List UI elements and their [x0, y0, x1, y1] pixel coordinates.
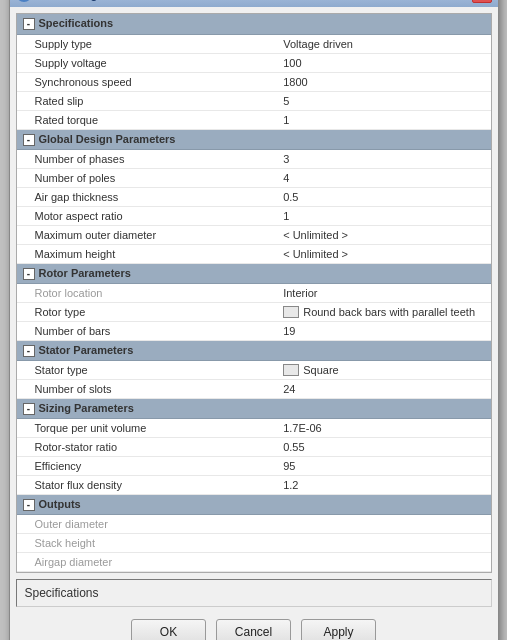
table-row: Outer diameter — [17, 514, 491, 533]
table-row: Rotor-stator ratio0.55 — [17, 437, 491, 456]
table-row: Rated slip5 — [17, 91, 491, 110]
table-row: Rotor typeRound back bars with parallel … — [17, 302, 491, 321]
table-row: Maximum outer diameter< Unlimited > — [17, 225, 491, 244]
table-row: Synchronous speed1800 — [17, 72, 491, 91]
param-value — [277, 552, 490, 571]
window-icon — [16, 0, 32, 2]
table-row: Stack height — [17, 533, 491, 552]
param-name: Rated torque — [17, 110, 278, 129]
table-row: Stator typeSquare — [17, 360, 491, 379]
param-name: Outer diameter — [17, 514, 278, 533]
param-value — [277, 514, 490, 533]
param-name: Number of bars — [17, 321, 278, 340]
value-with-icon: Round back bars with parallel teeth — [283, 306, 484, 318]
title-bar: Size Design ✕ — [10, 0, 498, 7]
param-value: 5 — [277, 91, 490, 110]
param-name: Rotor location — [17, 283, 278, 302]
param-name: Supply type — [17, 34, 278, 53]
collapse-btn-rotor-parameters[interactable]: - — [23, 268, 35, 280]
param-value: 1 — [277, 206, 490, 225]
collapse-btn-stator-parameters[interactable]: - — [23, 345, 35, 357]
table-row: Supply typeVoltage driven — [17, 34, 491, 53]
apply-button[interactable]: Apply — [301, 619, 376, 640]
table-row: Air gap thickness0.5 — [17, 187, 491, 206]
param-value: 0.55 — [277, 437, 490, 456]
param-value: Voltage driven — [277, 34, 490, 53]
section-header-rotor-parameters: -Rotor Parameters — [17, 263, 491, 283]
param-value: 24 — [277, 379, 490, 398]
parameters-table: -SpecificationsSupply typeVoltage driven… — [16, 13, 492, 573]
param-value: 1800 — [277, 72, 490, 91]
table-row: Number of poles4 — [17, 168, 491, 187]
param-value: < Unlimited > — [277, 244, 490, 263]
collapse-btn-global-design[interactable]: - — [23, 134, 35, 146]
param-value: Square — [277, 360, 490, 379]
param-name: Number of slots — [17, 379, 278, 398]
table-row: Airgap diameter — [17, 552, 491, 571]
close-button[interactable]: ✕ — [472, 0, 492, 3]
table-row: Number of bars19 — [17, 321, 491, 340]
table-row: Supply voltage100 — [17, 53, 491, 72]
section-header-outputs: -Outputs — [17, 494, 491, 514]
param-name: Rotor type — [17, 302, 278, 321]
param-name: Efficiency — [17, 456, 278, 475]
param-value — [277, 533, 490, 552]
param-name: Rotor-stator ratio — [17, 437, 278, 456]
section-header-global-design: -Global Design Parameters — [17, 129, 491, 149]
table-row: Number of slots24 — [17, 379, 491, 398]
type-label: Round back bars with parallel teeth — [303, 306, 475, 318]
param-value: Interior — [277, 283, 490, 302]
param-name: Stack height — [17, 533, 278, 552]
param-value: 0.5 — [277, 187, 490, 206]
param-value: 19 — [277, 321, 490, 340]
button-row: OK Cancel Apply — [16, 613, 492, 640]
param-value: Round back bars with parallel teeth — [277, 302, 490, 321]
section-header-sizing-parameters: -Sizing Parameters — [17, 398, 491, 418]
param-name: Motor aspect ratio — [17, 206, 278, 225]
param-value: 95 — [277, 456, 490, 475]
param-value: 1.2 — [277, 475, 490, 494]
param-name: Number of poles — [17, 168, 278, 187]
type-icon — [283, 364, 299, 376]
param-name: Synchronous speed — [17, 72, 278, 91]
param-name: Supply voltage — [17, 53, 278, 72]
section-header-specifications: -Specifications — [17, 14, 491, 34]
table-row: Torque per unit volume1.7E-06 — [17, 418, 491, 437]
collapse-btn-specifications[interactable]: - — [23, 18, 35, 30]
param-value: 1.7E-06 — [277, 418, 490, 437]
table-row: Rotor locationInterior — [17, 283, 491, 302]
value-with-icon: Square — [283, 364, 484, 376]
param-value: 4 — [277, 168, 490, 187]
table-row: Number of phases3 — [17, 149, 491, 168]
param-value: 3 — [277, 149, 490, 168]
param-name: Stator type — [17, 360, 278, 379]
table-row: Rated torque1 — [17, 110, 491, 129]
cancel-button[interactable]: Cancel — [216, 619, 291, 640]
table-row: Efficiency95 — [17, 456, 491, 475]
param-name: Maximum outer diameter — [17, 225, 278, 244]
main-window: Size Design ✕ -SpecificationsSupply type… — [9, 0, 499, 640]
type-icon — [283, 306, 299, 318]
window-title: Size Design — [38, 0, 472, 1]
collapse-btn-outputs[interactable]: - — [23, 499, 35, 511]
ok-button[interactable]: OK — [131, 619, 206, 640]
status-bar: Specifications — [16, 579, 492, 607]
table-row: Maximum height< Unlimited > — [17, 244, 491, 263]
type-label: Square — [303, 364, 338, 376]
table-row: Motor aspect ratio1 — [17, 206, 491, 225]
param-name: Airgap diameter — [17, 552, 278, 571]
param-name: Number of phases — [17, 149, 278, 168]
param-value: < Unlimited > — [277, 225, 490, 244]
section-header-stator-parameters: -Stator Parameters — [17, 340, 491, 360]
param-name: Rated slip — [17, 91, 278, 110]
param-name: Torque per unit volume — [17, 418, 278, 437]
collapse-btn-sizing-parameters[interactable]: - — [23, 403, 35, 415]
param-value: 100 — [277, 53, 490, 72]
status-label: Specifications — [25, 586, 99, 600]
param-name: Maximum height — [17, 244, 278, 263]
table-row: Stator flux density1.2 — [17, 475, 491, 494]
window-body: -SpecificationsSupply typeVoltage driven… — [10, 7, 498, 640]
param-name: Air gap thickness — [17, 187, 278, 206]
param-name: Stator flux density — [17, 475, 278, 494]
param-value: 1 — [277, 110, 490, 129]
